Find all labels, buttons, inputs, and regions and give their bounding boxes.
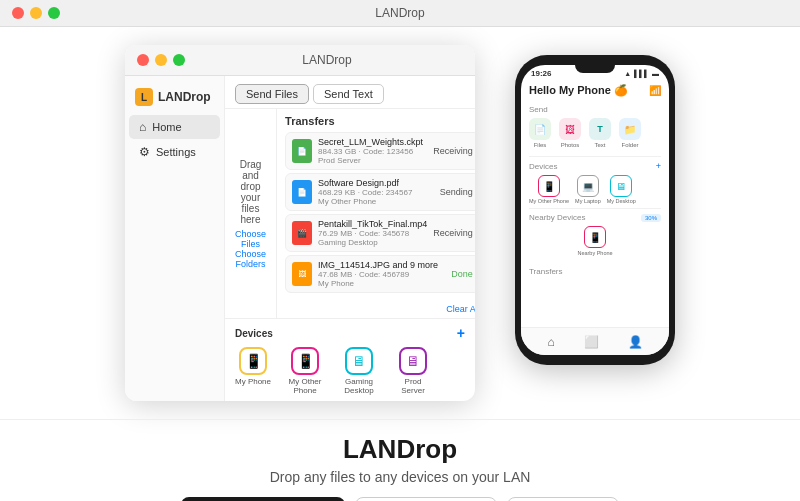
phone-device-icon-2: 💻 [577, 175, 599, 197]
device-icon-4: 🖥 [399, 347, 427, 375]
device-label-3: Gaming Desktop [339, 377, 379, 395]
nearby-badge: 30% [641, 214, 661, 222]
phone-devices-list: 📱 My Other Phone 💻 My Laptop 🖥 My Deskto… [529, 175, 661, 204]
folder-icon: 📁 [619, 118, 641, 140]
sidebar-item-home[interactable]: ⌂ Home [129, 115, 220, 139]
sidebar-logo-text: LANDrop [158, 90, 211, 104]
phone-notch [575, 65, 615, 73]
phone-nearby-device[interactable]: 📱 Nearby Phone [529, 226, 661, 256]
phone-send-icons: 📄 Files 🖼 Photos T Text 📁 Folder [529, 118, 661, 148]
battery-icon: ▬ [652, 70, 659, 77]
transfer-details-4: IMG_114514.JPG and 9 more 47.68 MB · Cod… [318, 260, 445, 288]
divider-1 [529, 156, 661, 157]
transfer-meta-3: 76.29 MB · Code: 345678 [318, 229, 427, 238]
transfers-area: Transfers 📄 Secret_LLM_Weights.ckpt 884.… [277, 109, 475, 318]
phone-grid-text[interactable]: T Text [589, 118, 611, 148]
signal-icon: ▌▌▌ [634, 70, 649, 77]
device-label-2: My Other Phone [285, 377, 325, 395]
phone-device-icon-1: 📱 [538, 175, 560, 197]
device-icon-1: 📱 [239, 347, 267, 375]
transfer-name-1: Secret_LLM_Weights.ckpt [318, 137, 427, 147]
phone-wifi-indicator: 📶 [649, 85, 661, 96]
community-button[interactable]: 🌐 Community [355, 497, 497, 501]
main-panel: Send Files Send Text Drag and drop your … [225, 76, 475, 401]
phone-screen: 19:26 ▲ ▌▌▌ ▬ Hello My Phone 🍊 📶 Send 📄 … [521, 65, 669, 355]
logo-icon: L [135, 88, 153, 106]
phone-devices-title: Devices [529, 162, 557, 171]
transfer-item-2: 📄 Software Design.pdf 468.29 KB · Code: … [285, 173, 475, 211]
device-item-1: 📱 My Phone [235, 347, 271, 395]
transfer-name-4: IMG_114514.JPG and 9 more [318, 260, 445, 270]
transfer-meta-1: 884.33 GB · Code: 123456 [318, 147, 427, 156]
phone-mockup: 19:26 ▲ ▌▌▌ ▬ Hello My Phone 🍊 📶 Send 📄 … [515, 55, 675, 365]
clear-all-button[interactable]: Clear All [446, 304, 475, 314]
wifi-icon: ▲ [624, 70, 631, 77]
settings-icon: ⚙ [139, 145, 150, 159]
phone-nearby-title: Nearby Devices [529, 213, 585, 222]
phone-transfers-title: Transfers [529, 267, 563, 276]
device-label-4: Prod Server [393, 377, 433, 395]
transfer-icon-1: 📄 [292, 139, 312, 163]
transfers-title: Transfers [285, 115, 475, 127]
donate-button[interactable]: ♡ Donate [507, 497, 619, 501]
phone-profile-icon[interactable]: 👤 [628, 335, 643, 349]
phone-transfers: Transfers [529, 260, 661, 278]
phone-hello: Hello My Phone 🍊 [529, 84, 628, 97]
transfers-panel: Transfers 📄 Secret_LLM_Weights.ckpt 884.… [277, 109, 475, 302]
devices-list: 📱 My Phone 📱 My Other Phone 🖥 Gaming Des… [235, 347, 465, 395]
transfer-meta-2: 468.29 KB · Code: 234567 [318, 188, 434, 197]
phone-device-3[interactable]: 🖥 My Desktop [607, 175, 636, 204]
clear-all-row: Clear All [277, 302, 475, 318]
mac-minimize[interactable] [155, 54, 167, 66]
phone-device-icon-3: 🖥 [610, 175, 632, 197]
sidebar-item-settings[interactable]: ⚙ Settings [129, 140, 220, 164]
download-button[interactable]: ⬇ Download Now [181, 497, 345, 501]
phone-grid-folder[interactable]: 📁 Folder [619, 118, 641, 148]
minimize-button[interactable] [30, 7, 42, 19]
maximize-button[interactable] [48, 7, 60, 19]
mac-maximize[interactable] [173, 54, 185, 66]
add-device-phone[interactable]: + [656, 161, 661, 171]
transfer-name-3: Pentakill_TikTok_Final.mp4 [318, 219, 427, 229]
transfer-device-1: Prod Server [318, 156, 427, 165]
window-controls [12, 7, 60, 19]
app-tagline: Drop any files to any devices on your LA… [0, 469, 800, 485]
transfer-device-2: My Other Phone [318, 197, 434, 206]
devices-section: Devices + 📱 My Phone 📱 My Other Phone [225, 318, 475, 401]
sidebar-settings-label: Settings [156, 146, 196, 158]
phone-device-label-2: My Laptop [575, 198, 601, 204]
phone-grid-photos[interactable]: 🖼 Photos [559, 118, 581, 148]
phone-content: Hello My Phone 🍊 📶 Send 📄 Files 🖼 Photos… [521, 80, 669, 282]
transfer-status-4: Done [451, 269, 473, 279]
device-label-1: My Phone [235, 377, 271, 386]
transfer-name-2: Software Design.pdf [318, 178, 434, 188]
transfer-item-4: 🖼 IMG_114514.JPG and 9 more 47.68 MB · C… [285, 255, 475, 293]
transfer-icon-4: 🖼 [292, 262, 312, 286]
nearby-device-icon: 📱 [584, 226, 606, 248]
drop-zone-links[interactable]: Choose Files Choose Folders [235, 229, 266, 269]
phone-device-label-1: My Other Phone [529, 198, 569, 204]
phone-home-icon[interactable]: ⌂ [547, 335, 554, 349]
home-icon: ⌂ [139, 120, 146, 134]
sidebar-logo: L LANDrop [125, 84, 224, 114]
add-device-button[interactable]: + [457, 325, 465, 341]
close-button[interactable] [12, 7, 24, 19]
phone-devices-header: Devices + [529, 161, 661, 171]
transfer-device-4: My Phone [318, 279, 445, 288]
phone-bottom-bar: ⌂ ⬜ 👤 [521, 327, 669, 355]
tab-send-text[interactable]: Send Text [313, 84, 384, 104]
transfer-details-2: Software Design.pdf 468.29 KB · Code: 23… [318, 178, 434, 206]
drop-zone[interactable]: Drag and drop your files here Choose Fil… [225, 109, 277, 318]
phone-send-title: Send [529, 105, 661, 114]
transfer-details-1: Secret_LLM_Weights.ckpt 884.33 GB · Code… [318, 137, 427, 165]
panel-content: Drag and drop your files here Choose Fil… [225, 109, 475, 318]
phone-search-icon[interactable]: ⬜ [584, 335, 599, 349]
transfer-item-3: 🎬 Pentakill_TikTok_Final.mp4 76.29 MB · … [285, 214, 475, 252]
device-icon-3: 🖥 [345, 347, 373, 375]
mac-close[interactable] [137, 54, 149, 66]
device-item-3: 🖥 Gaming Desktop [339, 347, 379, 395]
phone-device-1[interactable]: 📱 My Other Phone [529, 175, 569, 204]
phone-grid-files[interactable]: 📄 Files [529, 118, 551, 148]
tab-send-files[interactable]: Send Files [235, 84, 309, 104]
phone-device-2[interactable]: 💻 My Laptop [575, 175, 601, 204]
